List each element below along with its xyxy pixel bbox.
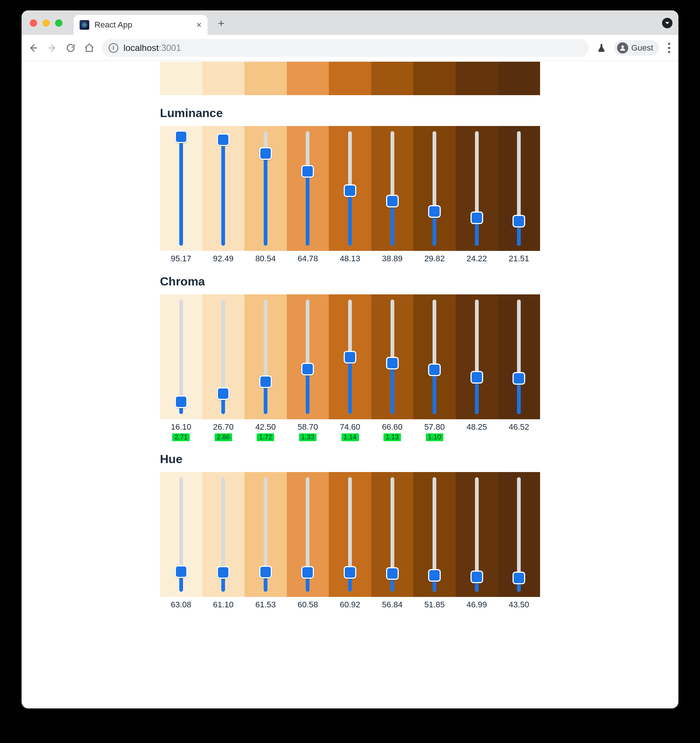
slider-thumb[interactable]: [301, 566, 314, 579]
slider-thumb[interactable]: [428, 569, 441, 582]
new-tab-button[interactable]: +: [218, 17, 225, 30]
slider-swatch: [160, 126, 202, 251]
slider-thumb[interactable]: [386, 567, 399, 580]
slider-value: 46.99: [466, 600, 487, 610]
slider-thumb[interactable]: [344, 351, 356, 364]
url-host: localhost: [123, 43, 159, 53]
slider-swatch: [455, 295, 498, 419]
slider-thumb[interactable]: [301, 165, 314, 178]
chroma-slider[interactable]: [260, 300, 271, 414]
tabs: React App ×: [74, 10, 208, 35]
slider-thumb[interactable]: [470, 571, 483, 583]
hue-slider[interactable]: [302, 477, 313, 592]
slider-swatch: [245, 295, 287, 419]
luminance-slider[interactable]: [471, 131, 482, 246]
slider-thumb[interactable]: [344, 184, 356, 197]
slider-swatch: [498, 295, 540, 419]
url-port: :3001: [159, 43, 181, 53]
slider-thumb[interactable]: [513, 215, 525, 228]
luminance-slider[interactable]: [175, 131, 187, 246]
slider-column: 26.702.86: [202, 295, 245, 441]
minimize-window-button[interactable]: [42, 19, 50, 27]
maximize-window-button[interactable]: [55, 19, 62, 27]
slider-thumb[interactable]: [301, 363, 314, 375]
slider-thumb[interactable]: [259, 375, 272, 388]
profile-label: Guest: [631, 43, 653, 53]
slider-thumb[interactable]: [428, 205, 441, 218]
chroma-slider[interactable]: [471, 300, 482, 414]
slider-thumb[interactable]: [259, 147, 272, 160]
reload-button[interactable]: [65, 42, 77, 54]
slider-column: 43.50: [498, 472, 540, 610]
luminance-slider[interactable]: [218, 131, 229, 246]
slider-thumb[interactable]: [217, 387, 230, 400]
slider-thumb[interactable]: [513, 372, 525, 385]
slider-thumb[interactable]: [470, 212, 483, 224]
palette-strip: [160, 62, 540, 95]
slider-thumb[interactable]: [386, 357, 399, 370]
chroma-slider[interactable]: [429, 300, 440, 414]
slider-thumb[interactable]: [175, 565, 187, 578]
slider-value: 48.13: [340, 254, 360, 263]
labs-icon[interactable]: [595, 42, 607, 54]
slider-swatch: [371, 472, 414, 597]
slider-value: 60.58: [298, 600, 318, 610]
chroma-slider[interactable]: [175, 300, 187, 414]
tab-overflow-button[interactable]: [662, 18, 672, 28]
back-button[interactable]: [28, 42, 39, 54]
chroma-slider[interactable]: [302, 300, 313, 414]
hue-slider[interactable]: [387, 477, 398, 592]
close-tab-icon[interactable]: ×: [196, 20, 202, 30]
hue-slider[interactable]: [218, 477, 229, 592]
slider-column: 61.53: [245, 472, 287, 610]
slider-thumb[interactable]: [513, 572, 525, 584]
luminance-slider[interactable]: [260, 131, 271, 246]
chroma-slider[interactable]: [218, 300, 229, 414]
luminance-slider[interactable]: [344, 131, 356, 246]
address-bar[interactable]: i localhost:3001: [102, 39, 589, 57]
home-button[interactable]: [83, 42, 95, 54]
titlebar: React App × +: [22, 10, 678, 35]
hue-slider[interactable]: [471, 477, 482, 592]
slider-column: 60.92: [329, 472, 371, 610]
react-favicon: [80, 20, 89, 30]
chroma-slider[interactable]: [344, 300, 356, 414]
slider-value: 56.84: [382, 600, 402, 610]
hue-slider[interactable]: [429, 477, 440, 592]
tab-react-app[interactable]: React App ×: [74, 15, 208, 35]
slider-thumb[interactable]: [344, 566, 356, 579]
slider-column: 21.51: [498, 126, 540, 263]
chroma-slider[interactable]: [513, 300, 525, 414]
slider-thumb[interactable]: [259, 566, 272, 578]
hue-slider[interactable]: [175, 477, 187, 592]
slider-column: 38.89: [371, 126, 414, 263]
slider-value: 42.50: [255, 422, 276, 432]
luminance-slider[interactable]: [429, 131, 440, 246]
slider-thumb[interactable]: [470, 371, 483, 383]
slider-thumb[interactable]: [217, 566, 230, 579]
chroma-slider[interactable]: [387, 300, 398, 414]
slider-thumb[interactable]: [175, 130, 187, 143]
menu-button[interactable]: [666, 43, 672, 53]
slider-thumb[interactable]: [175, 395, 187, 408]
slider-thumb[interactable]: [217, 133, 230, 146]
hue-slider[interactable]: [513, 477, 525, 592]
ratio-badge: 1.72: [257, 434, 274, 441]
luminance-slider[interactable]: [302, 131, 313, 246]
window-controls: [30, 19, 62, 27]
slider-swatch: [245, 126, 287, 251]
luminance-slider[interactable]: [513, 131, 525, 246]
slider-column: 60.58: [287, 472, 329, 610]
hue-slider[interactable]: [260, 477, 271, 592]
slider-swatch: [413, 126, 455, 251]
hue-slider[interactable]: [344, 477, 356, 592]
profile-chip[interactable]: Guest: [614, 40, 659, 56]
slider-thumb[interactable]: [428, 364, 441, 376]
slider-thumb[interactable]: [386, 195, 399, 207]
luminance-slider[interactable]: [387, 131, 398, 246]
forward-button[interactable]: [46, 42, 58, 54]
palette-swatch: [498, 62, 540, 95]
site-info-icon[interactable]: i: [108, 43, 118, 53]
close-window-button[interactable]: [30, 19, 37, 27]
ratio-badge: 1.10: [426, 434, 443, 441]
